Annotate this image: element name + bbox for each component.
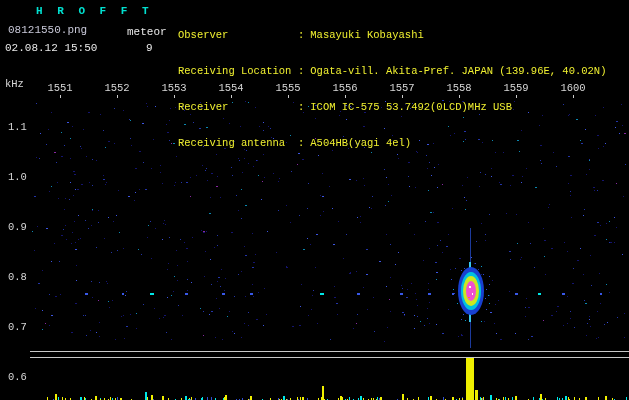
info-value: ICOM IC-575 53.7492(0LCD)MHz USB [310,101,512,113]
x-tick-label: 1559 [503,83,528,94]
info-row-observer: Observer:Masayuki Kobayashi [178,29,606,41]
x-tick-label: 1553 [161,83,186,94]
info-value: Masayuki Kobayashi [310,29,423,41]
y-tick-label: 0.6 [8,372,27,383]
hrofft-screen: H R O F F T 08121550.png meteor 02.08.12… [0,0,629,400]
observation-mode: meteor [127,26,167,38]
y-tick-label: 1.1 [8,122,27,133]
x-tick-label: 1552 [104,83,129,94]
y-tick-label: 0.7 [8,322,27,333]
timestamp: 02.08.12 15:50 [5,42,97,54]
info-value: Ogata-vill. Akita-Pref. JAPAN (139.96E, … [310,65,606,77]
colon: : [298,137,304,149]
info-row-location: Receiving Location:Ogata-vill. Akita-Pre… [178,65,606,77]
info-value: A504HB(yagi 4el) [310,137,411,149]
y-tick-label: 1.0 [8,172,27,183]
x-tick-label: 1557 [389,83,414,94]
x-tick-label: 1551 [47,83,72,94]
colon: : [298,65,304,77]
info-row-antenna: Receiving antenna:A504HB(yagi 4el) [178,137,606,149]
echo-count: 9 [146,42,153,54]
x-tick-label: 1555 [275,83,300,94]
frequency-unit-label: kHz [5,79,24,90]
x-tick-label: 1600 [560,83,585,94]
y-tick-label: 0.9 [8,222,27,233]
output-filename: 08121550.png [8,24,87,36]
info-label: Receiving antenna [178,137,298,149]
colon: : [298,29,304,41]
x-tick-label: 1556 [332,83,357,94]
colon: : [298,101,304,113]
info-label: Observer [178,29,298,41]
y-tick-label: 0.8 [8,272,27,283]
app-title: H R O F F T [36,5,153,17]
info-label: Receiver [178,101,298,113]
x-tick-label: 1554 [218,83,243,94]
info-row-receiver: Receiver:ICOM IC-575 53.7492(0LCD)MHz US… [178,101,606,113]
x-tick-label: 1558 [446,83,471,94]
info-label: Receiving Location [178,65,298,77]
